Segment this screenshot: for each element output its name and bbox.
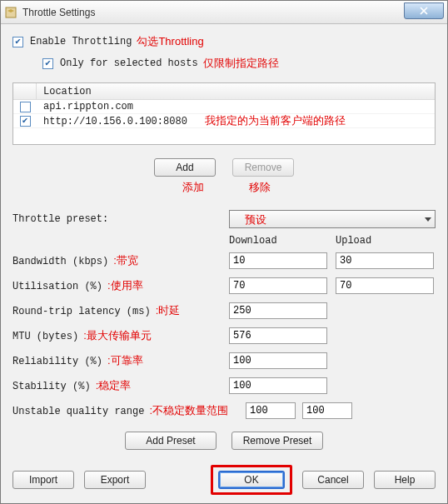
upload-column-header: Upload bbox=[336, 235, 371, 247]
unstable-range-to-input[interactable] bbox=[302, 402, 352, 419]
export-button[interactable]: Export bbox=[84, 471, 146, 489]
utilisation-download-input[interactable] bbox=[229, 277, 327, 294]
only-selected-hosts-checkbox[interactable]: ✔ bbox=[42, 58, 53, 69]
host-row-text: api.rippton.com bbox=[37, 101, 435, 112]
only-selected-hosts-annotation: 仅限制指定路径 bbox=[203, 56, 279, 71]
stability-annotation: :稳定率 bbox=[96, 379, 132, 392]
throttle-preset-annotation: 预设 bbox=[245, 212, 266, 227]
host-row-annotation: 我指定的为当前客户端的路径 bbox=[205, 114, 346, 127]
hosts-list-header: Location bbox=[13, 83, 435, 100]
utilisation-annotation: :使用率 bbox=[107, 279, 143, 292]
mtu-label: MTU (bytes) bbox=[12, 331, 78, 342]
unstable-range-annotation: :不稳定数量范围 bbox=[149, 404, 228, 417]
titlebar: Throttle Settings bbox=[1, 1, 447, 24]
remove-host-button[interactable]: Remove bbox=[232, 158, 294, 177]
remove-preset-button[interactable]: Remove Preset bbox=[231, 432, 323, 450]
stability-label: Stability (%) bbox=[12, 381, 91, 392]
close-icon bbox=[420, 7, 428, 15]
window-title: Throttle Settings bbox=[22, 7, 95, 18]
reliability-input[interactable] bbox=[229, 352, 327, 369]
rtt-input[interactable] bbox=[229, 302, 327, 319]
app-icon bbox=[4, 6, 17, 19]
host-row-text: http://10.156.0.100:8080 我指定的为当前客户端的路径 bbox=[37, 113, 435, 128]
bandwidth-label: Bandwidth (kbps) bbox=[12, 256, 108, 267]
unstable-range-from-input[interactable] bbox=[246, 402, 296, 419]
cancel-button[interactable]: Cancel bbox=[302, 471, 364, 489]
ok-button[interactable]: OK bbox=[218, 471, 285, 489]
throttle-settings-dialog: Throttle Settings ✔ Enable Throttling 勾选… bbox=[0, 0, 448, 504]
throttle-preset-select[interactable]: 预设 bbox=[229, 210, 436, 228]
hosts-header-location: Location bbox=[37, 86, 435, 97]
add-host-annotation: 添加 bbox=[182, 180, 204, 195]
rtt-annotation: :时延 bbox=[156, 304, 181, 317]
utilisation-label: Utilisation (%) bbox=[12, 281, 102, 292]
host-row[interactable]: ✔ http://10.156.0.100:8080 我指定的为当前客户端的路径 bbox=[13, 114, 435, 128]
import-button[interactable]: Import bbox=[12, 471, 74, 489]
rtt-label: Round-trip latency (ms) bbox=[12, 306, 151, 317]
add-host-button[interactable]: Add bbox=[154, 158, 216, 177]
add-preset-button[interactable]: Add Preset bbox=[125, 432, 217, 450]
host-row[interactable]: api.rippton.com bbox=[13, 100, 435, 114]
reliability-annotation: :可靠率 bbox=[107, 354, 143, 367]
enable-throttling-label: Enable Throttling bbox=[30, 36, 132, 47]
hosts-list[interactable]: Location api.rippton.com ✔ http://10.156… bbox=[12, 82, 436, 145]
host-row-checkbox[interactable] bbox=[20, 102, 31, 112]
ok-highlight-box: OK bbox=[211, 465, 292, 495]
close-button[interactable] bbox=[404, 2, 444, 19]
only-selected-hosts-label: Only for selected hosts bbox=[60, 57, 198, 69]
mtu-input[interactable] bbox=[229, 327, 327, 344]
utilisation-upload-input[interactable] bbox=[336, 277, 434, 294]
bandwidth-upload-input[interactable] bbox=[336, 252, 434, 269]
bandwidth-download-input[interactable] bbox=[229, 252, 327, 269]
enable-throttling-checkbox[interactable]: ✔ bbox=[12, 37, 23, 47]
stability-input[interactable] bbox=[229, 377, 327, 394]
reliability-label: Reliability (%) bbox=[12, 356, 102, 367]
chevron-down-icon bbox=[425, 217, 431, 222]
host-row-checkbox[interactable]: ✔ bbox=[20, 116, 31, 127]
mtu-annotation: :最大传输单元 bbox=[83, 329, 152, 342]
unstable-range-label: Unstable quality range bbox=[12, 406, 144, 417]
remove-host-annotation: 移除 bbox=[249, 180, 271, 195]
throttle-preset-label: Throttle preset: bbox=[12, 213, 229, 225]
download-column-header: Download bbox=[229, 235, 336, 247]
bandwidth-annotation: :带宽 bbox=[113, 254, 138, 267]
help-button[interactable]: Help bbox=[374, 471, 436, 489]
enable-throttling-annotation: 勾选Throttling bbox=[137, 34, 203, 49]
